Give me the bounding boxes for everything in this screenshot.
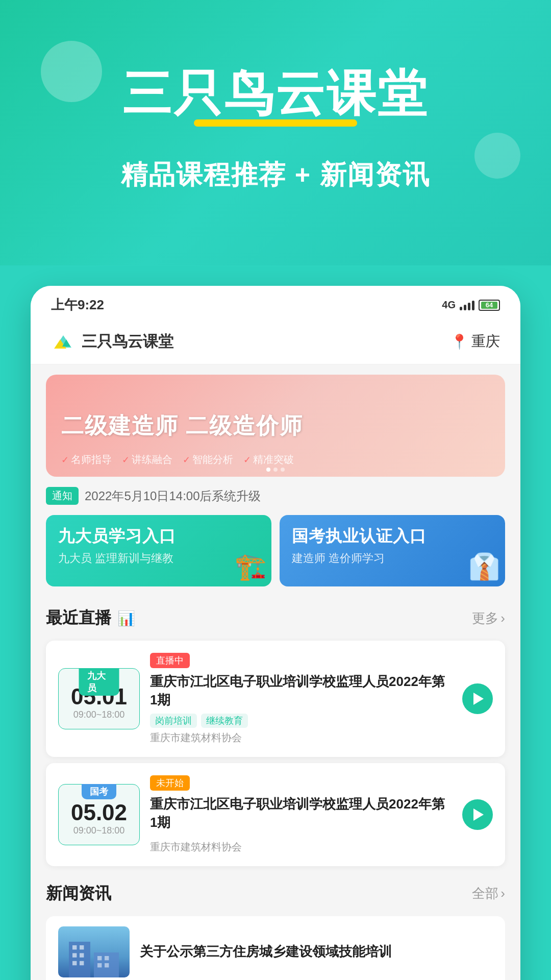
notice-badge: 通知 <box>46 487 79 505</box>
live-title-1: 重庆市江北区电子职业培训学校监理人员2022年第1期 <box>150 672 452 709</box>
banner-dots <box>266 468 285 472</box>
check-icon-3: ✓ <box>183 454 190 465</box>
entry-figure-right: 👔 <box>468 552 500 581</box>
hero-title: 三只鸟云课堂 <box>31 61 520 128</box>
battery-level: 64 <box>481 302 497 309</box>
battery-icon: 64 <box>479 300 500 311</box>
svg-rect-3 <box>72 953 77 957</box>
news-title-1: 关于公示第三方住房城乡建设领域技能培训 <box>140 942 493 962</box>
chevron-right-icon: › <box>500 610 505 626</box>
location-pin-icon: 📍 <box>450 333 468 350</box>
news-section-title: 新闻资讯 <box>46 883 111 905</box>
logo-icon <box>51 329 76 354</box>
banner-tag-2: ✓ 讲练融合 <box>122 453 172 467</box>
phone-section: 上午9:22 4G 64 <box>0 265 551 980</box>
dot-3 <box>281 468 285 472</box>
status-time: 上午9:22 <box>51 296 104 314</box>
live-more-link[interactable]: 更多 › <box>472 609 505 627</box>
status-icons: 4G 64 <box>442 299 500 311</box>
live-info-1: 直播中 重庆市江北区电子职业培训学校监理人员2022年第1期 岗前培训 继续教育… <box>150 653 452 745</box>
live-time-1: 09:00~18:00 <box>73 709 125 720</box>
svg-rect-1 <box>72 945 77 949</box>
status-bar: 上午9:22 4G 64 <box>31 286 520 319</box>
live-org-2: 重庆市建筑材料协会 <box>150 840 452 854</box>
check-icon-1: ✓ <box>61 454 69 465</box>
live-info-2: 未开始 重庆市江北区电子职业培训学校监理人员2022年第1期 重庆市建筑材料协会 <box>150 775 452 854</box>
entry-card-right-title: 国考执业认证入口 建造师 造价师学习 <box>292 525 493 566</box>
live-tag-item-2: 继续教育 <box>201 714 248 728</box>
entry-card-left-title: 九大员学习入口 九大员 监理新训与继教 <box>58 525 259 566</box>
banner-tag-1: ✓ 名师指导 <box>61 453 112 467</box>
notice-bar: 通知 2022年5月10日14:00后系统升级 <box>46 487 505 505</box>
news-section-header: 新闻资讯 全部 › <box>31 872 520 910</box>
signal-bars-icon <box>460 300 474 310</box>
hero-blob-2 <box>474 133 520 179</box>
play-button-2[interactable] <box>462 799 493 830</box>
live-time-2: 09:00~18:00 <box>73 825 125 836</box>
live-title-2: 重庆市江北区电子职业培训学校监理人员2022年第1期 <box>150 795 452 832</box>
building-svg <box>65 935 122 977</box>
network-label: 4G <box>442 299 456 311</box>
chart-icon: 📊 <box>117 610 135 627</box>
live-tag-item-1: 岗前培训 <box>150 714 197 728</box>
svg-rect-9 <box>105 956 109 960</box>
svg-rect-8 <box>97 956 102 960</box>
svg-rect-10 <box>97 963 102 967</box>
svg-rect-6 <box>80 961 84 965</box>
live-date-2: 05.02 <box>71 800 127 825</box>
phone-mockup: 上午9:22 4G 64 <box>31 286 520 980</box>
hero-section: 三只鸟云课堂 精品课程推荐 + 新闻资讯 <box>0 0 551 265</box>
entry-row: 九大员学习入口 九大员 监理新训与继教 🏗️ 国考执业认证入口 建造师 造价师学… <box>46 515 505 586</box>
location-button[interactable]: 📍 重庆 <box>450 332 500 351</box>
app-name-label: 三只鸟云课堂 <box>82 331 173 352</box>
location-label: 重庆 <box>471 332 500 351</box>
svg-rect-5 <box>72 961 77 965</box>
banner-tags: ✓ 名师指导 ✓ 讲练融合 ✓ 智能分析 ✓ 精准突破 <box>61 453 294 467</box>
live-title-text: 最近直播 <box>46 607 111 629</box>
entry-card-jiudayuan[interactable]: 九大员学习入口 九大员 监理新训与继教 🏗️ <box>46 515 271 586</box>
news-thumbnail-1 <box>58 926 130 977</box>
banner-content: 二级建造师 二级造价师 ✓ 名师指导 ✓ 讲练融合 ✓ 智能分析 <box>61 411 303 441</box>
live-date-box-1: 九大员 05.01 09:00~18:00 <box>58 668 140 729</box>
app-header: 三只鸟云课堂 📍 重庆 <box>31 319 520 364</box>
live-tag-1: 九大员 <box>79 668 119 696</box>
check-icon-2: ✓ <box>122 454 130 465</box>
entry-card-guokao[interactable]: 国考执业认证入口 建造师 造价师学习 👔 <box>280 515 505 586</box>
play-button-1[interactable] <box>462 683 493 714</box>
dot-1 <box>266 468 270 472</box>
live-status-2: 未开始 <box>150 775 190 791</box>
svg-rect-4 <box>80 953 84 957</box>
play-triangle-icon-1 <box>473 693 484 705</box>
chevron-right-icon-news: › <box>500 886 505 901</box>
hero-subtitle: 精品课程推荐 + 新闻资讯 <box>31 157 520 193</box>
live-status-1: 直播中 <box>150 653 190 668</box>
live-tag-2: 国考 <box>82 784 116 799</box>
dot-2 <box>273 468 278 472</box>
check-icon-4: ✓ <box>243 454 251 465</box>
live-card-2[interactable]: 国考 05.02 09:00~18:00 未开始 重庆市江北区电子职业培训学校监… <box>46 763 505 866</box>
banner-title: 二级建造师 二级造价师 <box>61 411 303 441</box>
live-card-1[interactable]: 九大员 05.01 09:00~18:00 直播中 重庆市江北区电子职业培训学校… <box>46 641 505 757</box>
news-card-1[interactable]: 关于公示第三方住房城乡建设领域技能培训 <box>46 916 505 980</box>
app-logo: 三只鸟云课堂 <box>51 329 173 354</box>
play-triangle-icon-2 <box>473 808 484 821</box>
news-title-text: 新闻资讯 <box>46 883 111 905</box>
live-section-title: 最近直播 📊 <box>46 607 135 629</box>
promotion-banner[interactable]: 二级建造师 二级造价师 ✓ 名师指导 ✓ 讲练融合 ✓ 智能分析 <box>46 375 505 477</box>
svg-rect-11 <box>105 963 109 967</box>
live-org-1: 重庆市建筑材料协会 <box>150 731 452 745</box>
news-thumb-inner-1 <box>58 926 130 977</box>
news-content-1: 关于公示第三方住房城乡建设领域技能培训 <box>140 942 493 962</box>
news-all-link[interactable]: 全部 › <box>472 885 505 902</box>
notice-text: 2022年5月10日14:00后系统升级 <box>85 488 261 504</box>
live-tags-1: 岗前培训 继续教育 <box>150 714 452 728</box>
banner-tag-3: ✓ 智能分析 <box>183 453 233 467</box>
live-date-box-2: 国考 05.02 09:00~18:00 <box>58 784 140 845</box>
banner-tag-4: ✓ 精准突破 <box>243 453 294 467</box>
svg-rect-2 <box>80 945 84 949</box>
entry-figure-left: 🏗️ <box>235 552 266 581</box>
live-section-header: 最近直播 📊 更多 › <box>31 597 520 634</box>
